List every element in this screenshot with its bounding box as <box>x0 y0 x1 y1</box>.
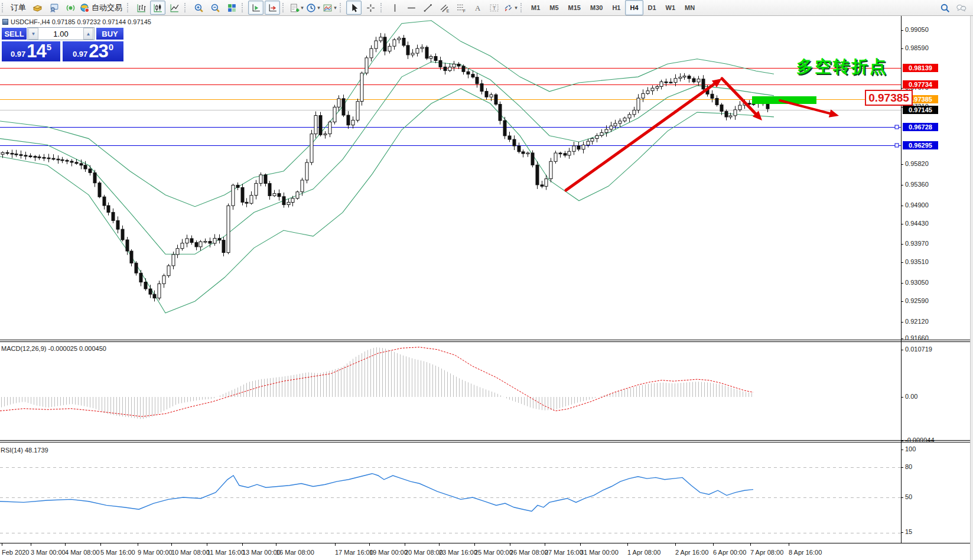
new-order-button-label: 订单 <box>11 2 26 13</box>
chat-icon <box>956 3 967 13</box>
auto-trading-button[interactable]: 自动交易 <box>79 1 125 15</box>
periods-button[interactable]: ▾ <box>305 1 321 15</box>
time-axis-label: 16 Mar 08:00 <box>276 549 314 556</box>
timeframe-M1[interactable]: M1 <box>526 0 545 15</box>
arrows-button[interactable]: ▾ <box>503 1 518 15</box>
time-axis-label: 8 Apr 16:00 <box>789 549 822 556</box>
zoom-out-button[interactable] <box>207 1 223 15</box>
text-icon: A <box>473 3 483 13</box>
timeframe-MN[interactable]: MN <box>680 0 699 15</box>
buy-price-big: 23 <box>89 43 108 60</box>
time-axis-label: 27 Mar 16:00 <box>545 549 583 556</box>
candlestick-chart-button[interactable] <box>150 1 165 15</box>
auto-scroll-button[interactable] <box>248 1 263 15</box>
macd-axis-tick: 0.010719 <box>905 346 932 353</box>
tile-windows-button[interactable] <box>224 1 239 15</box>
toolbar-grip <box>184 3 188 12</box>
signals-button[interactable] <box>63 1 78 15</box>
indicators-button[interactable]: ▾ <box>289 1 304 15</box>
timeframe-label: M15 <box>568 4 581 11</box>
sell-price-main: 0.97 <box>11 50 25 58</box>
timeframe-H1[interactable]: H1 <box>607 0 625 15</box>
dropdown-caret-icon[interactable]: ▾ <box>515 5 518 11</box>
dropdown-caret-icon[interactable]: ▾ <box>301 5 304 11</box>
arrows-icon <box>503 3 513 13</box>
svg-text:T: T <box>492 5 495 11</box>
time-axis-label: 19 Mar 00:00 <box>369 549 408 556</box>
hline-icon <box>406 3 416 13</box>
text-button[interactable]: A <box>470 1 485 15</box>
price-axis-tick: 0.93050 <box>905 279 929 286</box>
signals-icon <box>66 3 76 13</box>
rsi-axis-tick: 80 <box>905 463 912 470</box>
timeframe-label: MN <box>685 4 695 11</box>
time-axis-label: 20 Mar 08:00 <box>405 549 443 556</box>
new-order-button[interactable]: 订单 <box>8 1 28 15</box>
cursor-button[interactable] <box>346 1 362 15</box>
bar-chart-button[interactable] <box>134 1 149 15</box>
buy-price-display[interactable]: 0.97 23 0 <box>62 41 124 62</box>
rsi-axis-tick: 50 <box>905 493 912 500</box>
zoom-in-button[interactable] <box>191 1 206 15</box>
svg-text:A: A <box>474 4 480 12</box>
turning-point-annotation[interactable]: 多空转折点 <box>796 56 888 78</box>
chart-shift-button[interactable] <box>265 1 280 15</box>
timeframe-M30[interactable]: M30 <box>585 0 607 15</box>
time-axis-label: 13 Mar 00:00 <box>242 549 281 556</box>
timeframe-label: H1 <box>612 4 620 11</box>
price-level-badge: 0.97145 <box>903 106 938 114</box>
dropdown-caret-icon[interactable]: ▾ <box>334 5 337 11</box>
timeframe-W1[interactable]: W1 <box>661 0 681 15</box>
macd-axis-tick: -0.009944 <box>905 437 935 444</box>
buy-price-main: 0.97 <box>73 50 87 58</box>
line-chart-button[interactable] <box>167 1 182 15</box>
volume-input[interactable] <box>39 30 83 38</box>
chat-button[interactable] <box>954 1 969 15</box>
fibonacci-button[interactable]: F <box>453 1 468 15</box>
history-icon <box>32 3 43 13</box>
time-axis-label: 4 Mar 08:00 <box>65 549 100 556</box>
time-axis-label: 17 Mar 16:00 <box>335 549 373 556</box>
horizontal-line-button[interactable] <box>403 1 419 15</box>
label-icon: T <box>489 3 499 13</box>
timeframe-label: D1 <box>648 4 656 11</box>
text-label-button[interactable]: T <box>486 1 502 15</box>
equidistant-channel-button[interactable]: E <box>437 1 452 15</box>
sell-button[interactable]: SELL <box>1 27 27 40</box>
timeframe-M5[interactable]: M5 <box>545 0 563 15</box>
templates-button[interactable]: ▾ <box>322 1 337 15</box>
autoscroll-icon <box>251 3 261 13</box>
rsi-indicator-label: RSI(14) 48.1739 <box>1 447 48 454</box>
auto-trading-button-label: 自动交易 <box>92 2 122 13</box>
vertical-line-button[interactable] <box>387 1 402 15</box>
time-axis-label: 25 Mar 00:00 <box>474 549 513 556</box>
timeframe-D1[interactable]: D1 <box>643 0 661 15</box>
green-highlight-box[interactable] <box>752 96 816 104</box>
time-axis-label: 3 Mar 00:00 <box>31 549 66 556</box>
price-callout-box[interactable]: 0.97385 <box>865 90 913 106</box>
buy-button[interactable]: BUY <box>96 27 124 40</box>
dropdown-caret-icon[interactable]: ▾ <box>317 5 320 11</box>
time-axis-label: 6 Apr 00:00 <box>713 549 746 556</box>
search-button[interactable] <box>937 1 952 15</box>
toolbar-grip <box>242 3 245 12</box>
indicators-icon <box>289 3 300 13</box>
trendline-button[interactable] <box>420 1 435 15</box>
volume-decrease-button[interactable]: ▼ <box>28 28 38 40</box>
timeframe-H4[interactable]: H4 <box>625 0 643 15</box>
chart-canvas <box>0 0 973 560</box>
crosshair-button[interactable] <box>363 1 378 15</box>
timeframe-label: M30 <box>590 4 603 11</box>
timeframe-label: M1 <box>531 4 540 11</box>
sell-price-display[interactable]: 0.97 14 5 <box>1 41 61 62</box>
price-axis-tick: 0.91660 <box>905 334 929 341</box>
templates-icon <box>323 3 333 13</box>
terminal-button[interactable] <box>46 1 61 15</box>
timeframe-M15[interactable]: M15 <box>564 0 585 15</box>
volume-increase-button[interactable]: ▲ <box>83 28 93 40</box>
tile-icon <box>227 3 237 13</box>
price-axis-tick: 0.92120 <box>905 318 929 325</box>
price-level-badge: 0.97734 <box>903 80 938 89</box>
history-center-button[interactable] <box>30 1 45 15</box>
price-axis-tick: 0.95820 <box>905 160 929 167</box>
